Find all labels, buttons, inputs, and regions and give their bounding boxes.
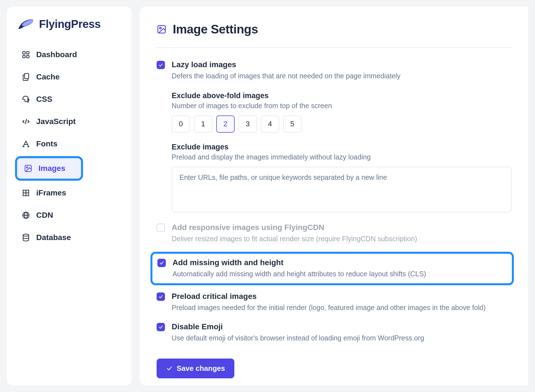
- app-logo: FlyingPress: [15, 17, 123, 31]
- sidebar-item-javascript[interactable]: JavaScript: [15, 112, 123, 132]
- exclude-option-4[interactable]: 4: [261, 115, 279, 133]
- responsive-cdn-desc: Deliver resized images to fit actual ren…: [172, 234, 512, 244]
- check-icon: [158, 62, 163, 67]
- sidebar-item-cdn[interactable]: CDN: [15, 205, 123, 225]
- exclude-option-5[interactable]: 5: [283, 115, 301, 133]
- check-icon: [166, 365, 173, 372]
- nav-label: CSS: [36, 95, 52, 104]
- sidebar-item-cache[interactable]: Cache: [15, 67, 123, 87]
- page-header: Image Settings: [157, 22, 512, 48]
- nav-label: JavaScript: [36, 117, 76, 126]
- nav-label: CDN: [36, 211, 53, 220]
- disable-emoji-desc: Use default emoji of visitor's browser i…: [172, 333, 512, 343]
- exclude-above-fold-desc: Number of images to exclude from top of …: [172, 102, 512, 110]
- exclude-images-title: Exclude images: [172, 143, 512, 151]
- sidebar-item-images[interactable]: Images: [17, 158, 81, 179]
- exclude-count-options: 0 1 2 3 4 5: [172, 115, 512, 133]
- exclude-images-textarea[interactable]: [172, 167, 512, 212]
- nav-label: iFrames: [36, 188, 66, 197]
- sidebar-item-iframes[interactable]: iFrames: [15, 183, 123, 203]
- nav: Dashboard Cache CSS JavaScript Fonts: [15, 45, 123, 248]
- svg-point-20: [23, 234, 29, 236]
- lazy-load-title: Lazy load images: [172, 60, 512, 69]
- nav-label: Dashboard: [36, 50, 77, 59]
- exclude-option-2[interactable]: 2: [216, 115, 235, 133]
- lazy-load-desc: Defers the loading of images that are no…: [172, 71, 512, 81]
- image-icon: [157, 24, 167, 34]
- exclude-images-section: Exclude images Preload and display the i…: [172, 143, 512, 214]
- exclude-above-fold-section: Exclude above-fold images Number of imag…: [172, 91, 512, 133]
- svg-rect-3: [27, 55, 29, 58]
- svg-rect-0: [23, 52, 25, 54]
- nav-label: Cache: [36, 72, 60, 81]
- nav-label: Database: [36, 233, 71, 242]
- sidebar: FlyingPress Dashboard Cache CSS JavaScri…: [7, 7, 132, 385]
- main-panel: Image Settings Lazy load images Defers t…: [140, 7, 528, 385]
- disable-emoji-title: Disable Emoji: [172, 322, 512, 331]
- svg-rect-4: [25, 74, 29, 79]
- exclude-option-3[interactable]: 3: [239, 115, 257, 133]
- svg-rect-2: [23, 55, 25, 58]
- check-icon: [158, 294, 163, 299]
- svg-point-10: [26, 167, 28, 168]
- add-dimensions-checkbox[interactable]: [157, 259, 166, 267]
- sidebar-item-css[interactable]: CSS: [15, 89, 123, 109]
- exclude-above-fold-title: Exclude above-fold images: [172, 91, 512, 100]
- sidebar-item-database[interactable]: Database: [15, 228, 123, 248]
- add-dimensions-highlight: Add missing width and height Automatical…: [150, 252, 514, 285]
- nav-label: Fonts: [36, 139, 57, 148]
- save-button-label: Save changes: [177, 364, 225, 373]
- setting-lazy-load: Lazy load images Defers the loading of i…: [157, 60, 512, 214]
- svg-point-22: [160, 27, 161, 29]
- check-icon: [158, 325, 163, 330]
- preload-critical-desc: Preload images needed for the initial re…: [172, 303, 512, 313]
- add-dimensions-title: Add missing width and height: [172, 258, 507, 267]
- save-button[interactable]: Save changes: [157, 359, 234, 378]
- sidebar-item-fonts[interactable]: Fonts: [15, 134, 123, 154]
- exclude-images-desc: Preload and display the images immediate…: [172, 153, 512, 161]
- setting-preload-critical: Preload critical images Preload images n…: [157, 292, 512, 313]
- preload-critical-checkbox[interactable]: [157, 292, 165, 301]
- check-icon: [159, 260, 164, 265]
- page-title: Image Settings: [173, 22, 258, 36]
- setting-responsive-cdn: Add responsive images using FlyingCDN De…: [157, 223, 512, 244]
- logo-icon: [17, 17, 35, 31]
- responsive-cdn-title: Add responsive images using FlyingCDN: [172, 223, 512, 232]
- responsive-cdn-checkbox[interactable]: [157, 224, 165, 232]
- disable-emoji-checkbox[interactable]: [157, 323, 165, 331]
- sidebar-item-images-highlight: Images: [15, 156, 83, 181]
- add-dimensions-desc: Automatically add missing width and heig…: [172, 269, 507, 279]
- app-name: FlyingPress: [39, 18, 101, 30]
- svg-line-5: [25, 119, 27, 124]
- setting-disable-emoji: Disable Emoji Use default emoji of visit…: [157, 322, 512, 343]
- setting-add-dimensions: Add missing width and height Automatical…: [157, 258, 507, 279]
- exclude-option-1[interactable]: 1: [194, 115, 212, 133]
- lazy-load-checkbox[interactable]: [157, 61, 165, 69]
- nav-label: Images: [38, 164, 65, 173]
- preload-critical-title: Preload critical images: [172, 292, 512, 301]
- exclude-option-0[interactable]: 0: [172, 115, 190, 133]
- svg-rect-1: [27, 52, 29, 54]
- sidebar-item-dashboard[interactable]: Dashboard: [15, 45, 123, 65]
